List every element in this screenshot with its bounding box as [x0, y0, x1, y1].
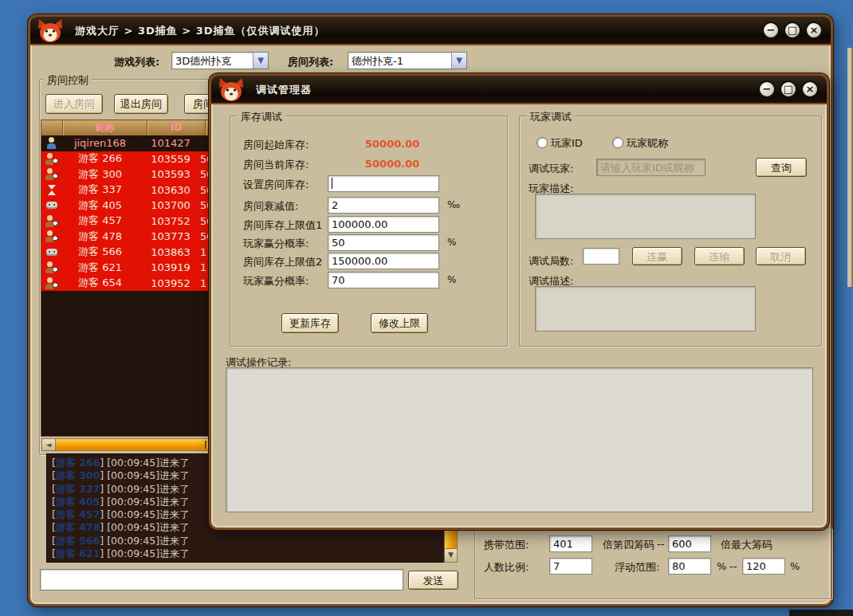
user-clock-icon	[45, 230, 58, 242]
float-min-input[interactable]	[668, 558, 711, 575]
float-max-input[interactable]	[742, 558, 785, 575]
player-id: 103700	[142, 199, 199, 211]
dialog-maximize-button[interactable]: □	[780, 80, 797, 98]
percent-sign: %	[447, 274, 456, 285]
log-message: ] [00:09:45]进来了	[100, 521, 189, 533]
debug-player-label: 调试玩家:	[529, 162, 573, 176]
permille-sign: ‰	[447, 199, 460, 210]
bet4-label: 倍第四筹码	[603, 538, 654, 552]
player-name: 游客 566	[58, 245, 142, 259]
log-line: [游客 566] [00:09:45]进来了	[52, 535, 439, 547]
scroll-left-icon[interactable]: ◄	[42, 439, 55, 450]
win-prob2-input[interactable]	[328, 272, 439, 288]
betmax-label: 倍最大筹码	[721, 538, 772, 552]
log-user-name: 游客 300	[56, 469, 100, 481]
player-id: 103559	[142, 153, 199, 165]
bet4-input[interactable]	[668, 536, 711, 552]
current-stock-value: 50000.00	[365, 158, 419, 170]
game-list-dropdown[interactable]: 3D德州扑克 ▼	[171, 52, 269, 69]
scroll-down-icon[interactable]: ▼	[445, 548, 457, 562]
player-name: 游客 457	[58, 214, 142, 228]
ratio-label: 人数比例:	[484, 560, 529, 575]
stock-limit1-label: 房间库存上限值1	[243, 218, 322, 233]
lose-streak-button[interactable]: 连输	[694, 247, 745, 265]
player-id: 103752	[142, 215, 199, 227]
room-list-label: 房间列表:	[288, 55, 333, 69]
send-button[interactable]: 发送	[408, 571, 458, 590]
dialog-titlebar[interactable]: 调试管理器 − □ ×	[211, 76, 827, 104]
op-log-textarea[interactable]	[226, 367, 813, 512]
maximize-button[interactable]: □	[784, 22, 801, 39]
debug-manager-dialog: 调试管理器 − □ × 库存调试 房间起始库存: 50000.00 房间当前库存…	[209, 73, 829, 530]
log-message: ] [00:09:45]进来了	[100, 508, 189, 520]
cancel-button[interactable]: 取消	[756, 247, 806, 265]
player-nick-radio-label[interactable]: 玩家昵称	[627, 136, 668, 151]
id-column-header[interactable]: ID	[147, 120, 206, 135]
background-fragment	[789, 610, 853, 616]
player-name: jiqiren168	[58, 137, 142, 149]
stock-limit2-input[interactable]	[328, 253, 439, 269]
debug-desc-textarea[interactable]	[535, 286, 756, 332]
current-stock-label: 房间当前库存:	[243, 158, 309, 172]
player-id: 103952	[142, 277, 199, 289]
game-list-label: 游戏列表:	[114, 55, 159, 69]
log-user-name: 游客 266	[56, 457, 100, 469]
player-nick-radio[interactable]	[612, 137, 623, 148]
exit-room-button[interactable]: 退出房间	[114, 94, 168, 114]
user-clock-icon	[45, 277, 58, 289]
log-user-name: 游客 405	[56, 496, 100, 508]
player-name: 游客 300	[58, 167, 142, 182]
log-user-name: 游客 457	[56, 508, 100, 520]
room-control-title: 房间控制	[44, 73, 92, 88]
game-list-value: 3D德州扑克	[172, 53, 253, 69]
close-button[interactable]: ×	[805, 22, 823, 39]
user-clock-icon	[45, 215, 58, 227]
nickname-column-header[interactable]: 昵称	[63, 120, 147, 135]
decay-input[interactable]	[328, 197, 439, 214]
main-titlebar[interactable]: 游戏大厅 > 3D捕鱼 > 3D捕鱼（仅供调试使用） − □ ×	[30, 17, 831, 45]
log-user-name: 游客 566	[56, 535, 100, 547]
chevron-down-icon[interactable]: ▼	[253, 53, 268, 69]
player-id: 103919	[142, 261, 199, 273]
dialog-title: 调试管理器	[256, 83, 312, 97]
rounds-input[interactable]	[583, 248, 619, 265]
log-message: ] [00:09:45]进来了	[100, 457, 189, 469]
stock-limit1-input[interactable]	[328, 216, 439, 233]
player-name: 游客 405	[58, 198, 142, 213]
log-message: ] [00:09:45]进来了	[100, 483, 189, 495]
enter-room-button[interactable]: 进入房间	[45, 94, 103, 114]
stock-limit2-label: 房间库存上限值2	[243, 255, 322, 269]
win-streak-button[interactable]: 连赢	[632, 247, 682, 265]
desktop: 游戏大厅 > 3D捕鱼 > 3D捕鱼（仅供调试使用） − □ × 游戏列表: 3…	[0, 0, 853, 616]
log-user-name: 游客 478	[56, 521, 100, 533]
ratio-input[interactable]	[549, 558, 592, 575]
carry-range-input[interactable]	[549, 536, 592, 552]
log-message: ] [00:09:45]进来了	[100, 547, 189, 559]
chevron-down-icon[interactable]: ▼	[451, 53, 466, 69]
player-id-radio-label[interactable]: 玩家ID	[551, 136, 583, 151]
rounds-label: 调试局数:	[529, 254, 573, 269]
debug-player-input[interactable]	[596, 159, 706, 176]
modify-limit-button[interactable]: 修改上限	[371, 313, 428, 333]
dialog-close-button[interactable]: ×	[801, 80, 819, 98]
user-clock-icon	[45, 261, 58, 273]
chat-input[interactable]	[40, 569, 403, 590]
decay-label: 房间衰减值:	[243, 199, 298, 214]
icon-column-header	[41, 120, 63, 135]
player-name: 游客 266	[58, 151, 142, 166]
query-button[interactable]: 查询	[756, 158, 807, 177]
update-stock-button[interactable]: 更新库存	[281, 313, 339, 333]
hourglass-icon	[45, 184, 58, 196]
player-id-radio[interactable]	[537, 137, 548, 148]
room-list-dropdown[interactable]: 德州扑克-1 ▼	[348, 52, 467, 69]
set-stock-label: 设置房间库存:	[243, 178, 309, 192]
log-message: ] [00:09:45]进来了	[100, 469, 189, 481]
set-stock-input[interactable]	[328, 175, 439, 192]
dialog-minimize-button[interactable]: −	[758, 80, 776, 98]
player-name: 游客 654	[58, 276, 142, 290]
player-name: 游客 337	[58, 182, 142, 197]
minimize-button[interactable]: −	[762, 22, 780, 39]
player-desc-textarea[interactable]	[535, 194, 756, 239]
win-prob2-label: 玩家赢分概率:	[243, 274, 309, 288]
win-prob1-input[interactable]	[328, 234, 439, 251]
